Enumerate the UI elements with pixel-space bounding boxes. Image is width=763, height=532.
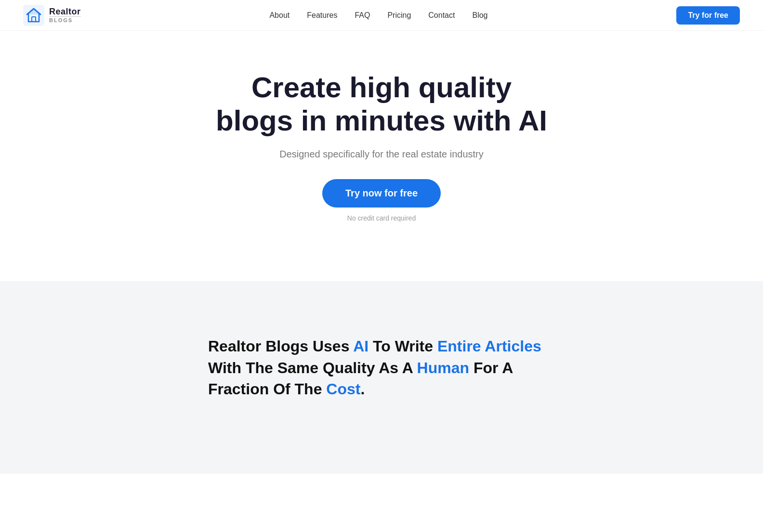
nav-link-pricing[interactable]: Pricing [387,11,411,19]
nav-item-blog[interactable]: Blog [472,11,487,20]
hero-subtitle: Designed specifically for the real estat… [279,149,484,160]
section-two: Realtor Blogs Uses AI To Write Entire Ar… [0,281,763,474]
logo-blogs-text: BLOGS [49,16,81,23]
section-two-prefix: Realtor Blogs Uses [208,337,353,355]
nav-links: About Features FAQ Pricing Contact Blog [269,11,487,20]
nav-item-about[interactable]: About [269,11,289,20]
nav-item-faq[interactable]: FAQ [355,11,370,20]
logo-text: Realtor BLOGS [49,7,81,24]
hero-title: Create high quality blogs in minutes wit… [213,71,550,137]
nav-link-features[interactable]: Features [307,11,337,19]
svg-rect-0 [23,5,44,26]
hero-note: No credit card required [347,214,416,222]
section-two-middle1: To Write [368,337,437,355]
navbar: Realtor BLOGS About Features FAQ Pricing… [0,0,763,31]
nav-link-about[interactable]: About [269,11,289,19]
section-two-ai: AI [353,337,368,355]
section-two-suffix: . [360,380,365,398]
section-two-human: Human [417,359,469,376]
logo-icon [23,5,44,26]
nav-link-blog[interactable]: Blog [472,11,487,19]
section-two-entire-articles: Entire Articles [437,337,541,355]
section-two-cost: Cost [326,380,360,398]
section-two-title: Realtor Blogs Uses AI To Write Entire Ar… [208,336,555,400]
nav-item-pricing[interactable]: Pricing [387,11,411,20]
hero-section: Create high quality blogs in minutes wit… [0,31,763,281]
nav-item-contact[interactable]: Contact [428,11,455,20]
logo[interactable]: Realtor BLOGS [23,5,81,26]
section-two-content: Realtor Blogs Uses AI To Write Entire Ar… [208,336,555,400]
logo-realtor-text: Realtor [49,7,81,17]
nav-cta-button[interactable]: Try for free [676,6,740,25]
section-two-middle2: With The Same Quality As A [208,359,417,376]
nav-link-contact[interactable]: Contact [428,11,455,19]
nav-link-faq[interactable]: FAQ [355,11,370,19]
nav-item-features[interactable]: Features [307,11,337,20]
hero-cta-button[interactable]: Try now for free [322,179,441,208]
